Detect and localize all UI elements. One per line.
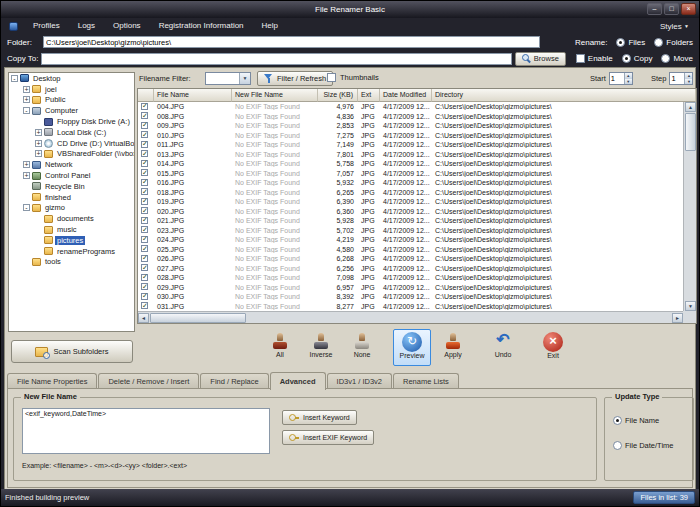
row-checkbox[interactable] (141, 274, 148, 281)
table-row[interactable]: 020.JPGNo EXIF Tags Found6,360JPG4/17/20… (138, 207, 683, 217)
column-file-name[interactable]: File Name (154, 89, 232, 102)
tree-item-computer[interactable]: -Computer (9, 105, 134, 116)
horizontal-scrollbar[interactable]: ◄ ► (138, 311, 683, 323)
row-checkbox[interactable] (141, 217, 148, 224)
none-button[interactable]: None (343, 329, 381, 366)
tab-id3v1-id3v2[interactable]: ID3v1 / ID3v2 (327, 373, 392, 389)
tree-item-public[interactable]: +Public (9, 95, 134, 106)
tree-item-tools[interactable]: tools (9, 257, 134, 268)
table-row[interactable]: 031.JPGNo EXIF Tags Found8,277JPG4/17/20… (138, 302, 683, 312)
row-checkbox[interactable] (141, 160, 148, 167)
scroll-left-icon[interactable]: ◄ (138, 313, 149, 323)
column-size-kb[interactable]: Size (KB) (318, 89, 358, 102)
minimize-button[interactable]: – (647, 3, 662, 15)
table-row[interactable]: 009.JPGNo EXIF Tags Found2,853JPG4/17/20… (138, 121, 683, 131)
start-input[interactable] (610, 73, 624, 84)
copy-mode-option-copy[interactable]: Copy (622, 54, 653, 63)
copy-mode-option-move[interactable]: Move (661, 54, 693, 63)
menu-item-help[interactable]: Help (253, 18, 287, 34)
tree-item-cd-drive-d-virtualbox-guest[interactable]: +CD Drive (D:) VirtualBox Guest (9, 138, 134, 149)
row-checkbox[interactable] (141, 264, 148, 271)
scroll-up-icon[interactable]: ▲ (685, 102, 696, 112)
scroll-down-icon[interactable]: ▼ (685, 301, 696, 311)
tab-advanced[interactable]: Advanced (270, 372, 326, 390)
insert-exif-keyword-button[interactable]: Insert EXIF Keyword (282, 430, 374, 445)
row-checkbox[interactable] (141, 255, 148, 262)
spinner-arrows-icon[interactable]: ▲▼ (684, 73, 692, 84)
step-input[interactable] (670, 73, 684, 84)
column-ext[interactable]: Ext (358, 89, 380, 102)
rename-option-files[interactable]: Files (616, 38, 645, 47)
chevron-down-icon[interactable]: ▼ (239, 73, 250, 84)
undo-button[interactable]: Undo (484, 329, 522, 366)
table-row[interactable]: 011.JPGNo EXIF Tags Found7,149JPG4/17/20… (138, 140, 683, 150)
menu-item-logs[interactable]: Logs (69, 18, 104, 34)
tree-item-joel[interactable]: +joel (9, 84, 134, 95)
rename-radio-files[interactable] (616, 38, 625, 47)
update-type-radio-file-name[interactable] (613, 416, 622, 425)
column-date-modified[interactable]: Date Modified (380, 89, 432, 102)
vertical-scroll-thumb[interactable] (685, 113, 696, 151)
spinner-arrows-icon[interactable]: ▲▼ (624, 73, 632, 84)
row-checkbox[interactable] (141, 150, 148, 157)
enable-checkbox[interactable] (576, 54, 585, 63)
expand-icon[interactable]: + (23, 172, 30, 179)
title-bar[interactable]: File Renamer Basic – □ × (1, 1, 699, 18)
update-type-radio-file-date-time[interactable] (613, 441, 622, 450)
tree-item-network[interactable]: +Network (9, 159, 134, 170)
row-checkbox[interactable] (141, 293, 148, 300)
menu-item-registration-information[interactable]: Registration Information (150, 18, 253, 34)
menu-item-options[interactable]: Options (104, 18, 150, 34)
folder-tree[interactable]: -Desktop+joel+Public-ComputerFloppy Disk… (8, 72, 135, 332)
thumbnails-checkbox[interactable] (327, 73, 336, 82)
copy-mode-radio-move[interactable] (661, 54, 670, 63)
copy-to-input[interactable] (41, 53, 512, 65)
tree-item-control-panel[interactable]: +Control Panel (9, 170, 134, 181)
column-directory[interactable]: Directory (432, 89, 696, 102)
tree-item-finished[interactable]: finished (9, 192, 134, 203)
expand-icon[interactable]: + (23, 161, 30, 168)
row-checkbox[interactable] (141, 245, 148, 252)
horizontal-scroll-thumb[interactable] (150, 313, 246, 323)
tree-item-renameprograms[interactable]: renamePrograms (9, 246, 134, 257)
tree-item-floppy-disk-drive-a[interactable]: Floppy Disk Drive (A:) (9, 116, 134, 127)
close-button[interactable]: × (681, 3, 696, 15)
tree-item-documents[interactable]: documents (9, 213, 134, 224)
scan-subfolders-button[interactable]: Scan Subfolders (11, 340, 133, 363)
tree-item-recycle-bin[interactable]: Recycle Bin (9, 181, 134, 192)
expand-icon[interactable]: + (35, 129, 42, 136)
row-checkbox[interactable] (141, 179, 148, 186)
tree-item-desktop[interactable]: -Desktop (9, 73, 134, 84)
table-row[interactable]: 004.JPGNo EXIF Tags Found4,976JPG4/17/20… (138, 102, 683, 112)
table-row[interactable]: 014.JPGNo EXIF Tags Found5,758JPG4/17/20… (138, 159, 683, 169)
tree-item-gizmo[interactable]: -gizmo (9, 203, 134, 214)
tree-item-vbsharedfolder-vboxsvr[interactable]: +VBSharedFolder (\\vboxsvr) ( (9, 149, 134, 160)
row-checkbox[interactable] (141, 103, 148, 110)
filename-filter-combo[interactable]: ▼ (205, 72, 251, 85)
row-checkbox[interactable] (141, 169, 148, 176)
table-row[interactable]: 027.JPGNo EXIF Tags Found6,256JPG4/17/20… (138, 264, 683, 274)
table-row[interactable]: 028.JPGNo EXIF Tags Found7,098JPG4/17/20… (138, 273, 683, 283)
new-file-name-pattern-input[interactable]: <exif_keyword,DateTime> (22, 408, 270, 454)
filter-refresh-button[interactable]: Filter / Refresh (257, 71, 333, 86)
row-checkbox[interactable] (141, 122, 148, 129)
start-stepper[interactable]: ▲▼ (609, 72, 633, 85)
table-row[interactable]: 019.JPGNo EXIF Tags Found6,390JPG4/17/20… (138, 197, 683, 207)
step-stepper[interactable]: ▲▼ (669, 72, 693, 85)
insert-keyword-button[interactable]: Insert Keyword (282, 410, 357, 425)
table-row[interactable]: 025.JPGNo EXIF Tags Found4,580JPG4/17/20… (138, 245, 683, 255)
table-row[interactable]: 015.JPGNo EXIF Tags Found7,057JPG4/17/20… (138, 169, 683, 179)
apply-button[interactable]: Apply (434, 329, 472, 366)
exit-button[interactable]: Exit (534, 329, 572, 366)
table-row[interactable]: 008.JPGNo EXIF Tags Found4,836JPG4/17/20… (138, 112, 683, 122)
row-checkbox[interactable] (141, 141, 148, 148)
vertical-scrollbar[interactable]: ▲ ▼ (683, 102, 696, 311)
table-row[interactable]: 026.JPGNo EXIF Tags Found6,268JPG4/17/20… (138, 254, 683, 264)
maximize-button[interactable]: □ (664, 3, 679, 15)
table-body[interactable]: 004.JPGNo EXIF Tags Found4,976JPG4/17/20… (138, 102, 683, 311)
table-row[interactable]: 013.JPGNo EXIF Tags Found7,801JPG4/17/20… (138, 150, 683, 160)
expand-icon[interactable]: + (23, 86, 30, 93)
update-type-option-file-date-time[interactable]: File Date/Time (613, 441, 673, 450)
scroll-right-icon[interactable]: ► (672, 313, 683, 323)
row-checkbox[interactable] (141, 131, 148, 138)
